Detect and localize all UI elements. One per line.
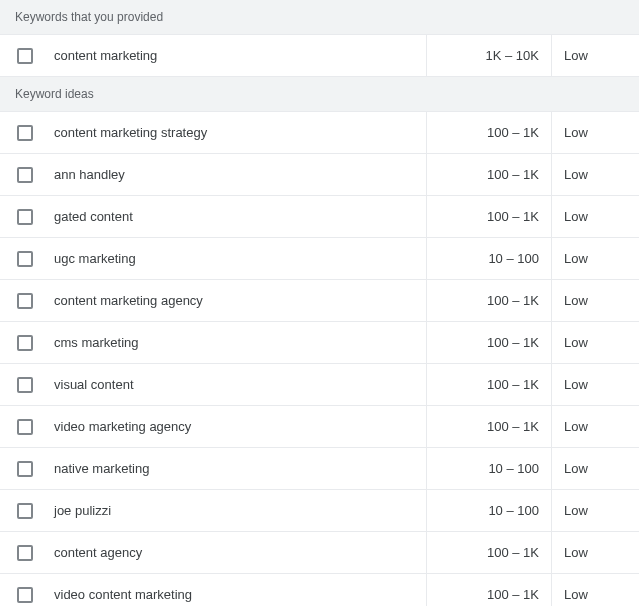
keyword-cell[interactable]: joe pulizzi bbox=[50, 503, 426, 518]
keyword-row: content marketing1K – 10KLow bbox=[0, 35, 639, 77]
section-header-ideas: Keyword ideas bbox=[0, 77, 639, 112]
competition-cell: Low bbox=[551, 406, 639, 447]
keyword-cell[interactable]: content marketing strategy bbox=[50, 125, 426, 140]
checkbox-cell bbox=[0, 251, 50, 267]
checkbox-cell bbox=[0, 48, 50, 64]
row-checkbox[interactable] bbox=[17, 48, 33, 64]
keyword-cell[interactable]: gated content bbox=[50, 209, 426, 224]
row-checkbox[interactable] bbox=[17, 167, 33, 183]
competition-cell: Low bbox=[551, 448, 639, 489]
checkbox-cell bbox=[0, 125, 50, 141]
volume-cell: 1K – 10K bbox=[426, 35, 551, 76]
keyword-row: content marketing agency100 – 1KLow bbox=[0, 280, 639, 322]
keyword-row: joe pulizzi10 – 100Low bbox=[0, 490, 639, 532]
keyword-row: ann handley100 – 1KLow bbox=[0, 154, 639, 196]
keywords-table: Keywords that you provided content marke… bbox=[0, 0, 639, 606]
volume-cell: 100 – 1K bbox=[426, 112, 551, 153]
checkbox-cell bbox=[0, 293, 50, 309]
row-checkbox[interactable] bbox=[17, 419, 33, 435]
volume-cell: 100 – 1K bbox=[426, 280, 551, 321]
keyword-row: gated content100 – 1KLow bbox=[0, 196, 639, 238]
section-header-provided: Keywords that you provided bbox=[0, 0, 639, 35]
competition-cell: Low bbox=[551, 112, 639, 153]
checkbox-cell bbox=[0, 503, 50, 519]
checkbox-cell bbox=[0, 209, 50, 225]
keyword-cell[interactable]: visual content bbox=[50, 377, 426, 392]
volume-cell: 100 – 1K bbox=[426, 322, 551, 363]
row-checkbox[interactable] bbox=[17, 209, 33, 225]
volume-cell: 100 – 1K bbox=[426, 196, 551, 237]
keyword-row: cms marketing100 – 1KLow bbox=[0, 322, 639, 364]
row-checkbox[interactable] bbox=[17, 251, 33, 267]
volume-cell: 100 – 1K bbox=[426, 154, 551, 195]
keyword-row: video content marketing100 – 1KLow bbox=[0, 574, 639, 606]
row-checkbox[interactable] bbox=[17, 461, 33, 477]
volume-cell: 100 – 1K bbox=[426, 574, 551, 606]
competition-cell: Low bbox=[551, 196, 639, 237]
keyword-cell[interactable]: ugc marketing bbox=[50, 251, 426, 266]
competition-cell: Low bbox=[551, 35, 639, 76]
checkbox-cell bbox=[0, 377, 50, 393]
row-checkbox[interactable] bbox=[17, 545, 33, 561]
checkbox-cell bbox=[0, 335, 50, 351]
competition-cell: Low bbox=[551, 322, 639, 363]
competition-cell: Low bbox=[551, 238, 639, 279]
checkbox-cell bbox=[0, 167, 50, 183]
volume-cell: 100 – 1K bbox=[426, 532, 551, 573]
competition-cell: Low bbox=[551, 364, 639, 405]
volume-cell: 10 – 100 bbox=[426, 448, 551, 489]
volume-cell: 100 – 1K bbox=[426, 406, 551, 447]
keyword-cell[interactable]: video marketing agency bbox=[50, 419, 426, 434]
row-checkbox[interactable] bbox=[17, 335, 33, 351]
volume-cell: 10 – 100 bbox=[426, 238, 551, 279]
row-checkbox[interactable] bbox=[17, 377, 33, 393]
keyword-row: ugc marketing10 – 100Low bbox=[0, 238, 639, 280]
competition-cell: Low bbox=[551, 490, 639, 531]
checkbox-cell bbox=[0, 545, 50, 561]
keyword-cell[interactable]: cms marketing bbox=[50, 335, 426, 350]
keyword-cell[interactable]: video content marketing bbox=[50, 587, 426, 602]
keyword-cell[interactable]: content marketing agency bbox=[50, 293, 426, 308]
keyword-cell[interactable]: ann handley bbox=[50, 167, 426, 182]
checkbox-cell bbox=[0, 461, 50, 477]
volume-cell: 100 – 1K bbox=[426, 364, 551, 405]
keyword-cell[interactable]: content agency bbox=[50, 545, 426, 560]
keyword-cell[interactable]: content marketing bbox=[50, 48, 426, 63]
competition-cell: Low bbox=[551, 532, 639, 573]
keyword-row: visual content100 – 1KLow bbox=[0, 364, 639, 406]
row-checkbox[interactable] bbox=[17, 503, 33, 519]
checkbox-cell bbox=[0, 419, 50, 435]
row-checkbox[interactable] bbox=[17, 293, 33, 309]
volume-cell: 10 – 100 bbox=[426, 490, 551, 531]
row-checkbox[interactable] bbox=[17, 125, 33, 141]
checkbox-cell bbox=[0, 587, 50, 603]
competition-cell: Low bbox=[551, 280, 639, 321]
keyword-row: native marketing10 – 100Low bbox=[0, 448, 639, 490]
keyword-row: video marketing agency100 – 1KLow bbox=[0, 406, 639, 448]
row-checkbox[interactable] bbox=[17, 587, 33, 603]
keyword-row: content agency100 – 1KLow bbox=[0, 532, 639, 574]
competition-cell: Low bbox=[551, 574, 639, 606]
keyword-cell[interactable]: native marketing bbox=[50, 461, 426, 476]
competition-cell: Low bbox=[551, 154, 639, 195]
keyword-row: content marketing strategy100 – 1KLow bbox=[0, 112, 639, 154]
